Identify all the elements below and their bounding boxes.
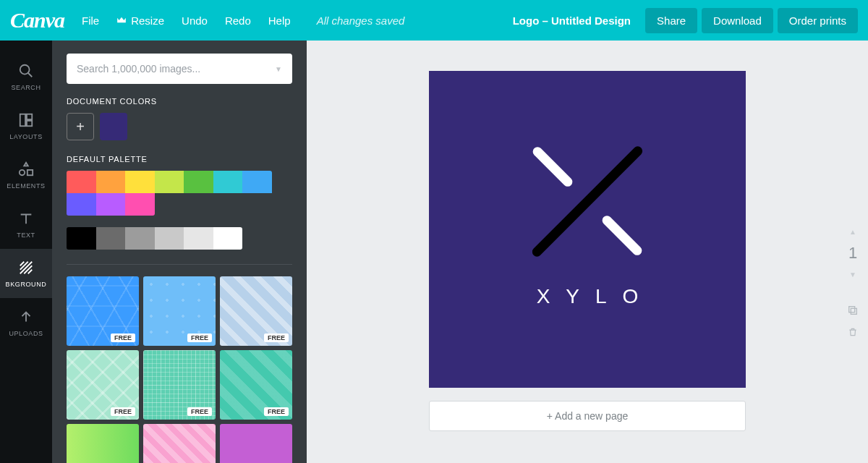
document-colors-title: DOCUMENT COLORS: [67, 97, 292, 106]
rail-text-label: TEXT: [17, 232, 35, 239]
gray-swatch[interactable]: [67, 227, 96, 250]
menu-redo[interactable]: Redo: [225, 14, 251, 27]
svg-line-1: [28, 73, 33, 77]
layouts-icon: [17, 111, 35, 129]
logo-stroke-white-2: [600, 213, 644, 257]
rail-text[interactable]: TEXT: [0, 200, 52, 249]
logo-stroke-white-1: [531, 145, 574, 188]
gray-swatch[interactable]: [184, 227, 213, 250]
rail-background[interactable]: BKGROUND: [0, 249, 52, 298]
palette-swatch[interactable]: [67, 171, 96, 193]
elements-icon: [17, 161, 35, 178]
gray-swatch[interactable]: [125, 227, 155, 250]
bg-tile[interactable]: [143, 424, 216, 463]
background-icon: [17, 259, 35, 276]
search-icon: [17, 62, 35, 80]
svg-rect-2: [20, 114, 25, 127]
rail-elements-label: ELEMENTS: [7, 182, 45, 190]
menu-help[interactable]: Help: [268, 14, 291, 27]
palette-swatch[interactable]: [96, 171, 126, 193]
palette-swatch[interactable]: [184, 171, 213, 193]
uploads-icon: [17, 308, 35, 326]
rail-layouts-label: LAYOUTS: [9, 133, 43, 140]
palette-swatch[interactable]: [67, 193, 96, 216]
free-badge: FREE: [111, 407, 135, 416]
logo-text[interactable]: XYLO: [521, 285, 655, 308]
image-search[interactable]: ▼: [67, 54, 292, 84]
palette-swatch[interactable]: [213, 171, 243, 193]
menu-resize[interactable]: Resize: [116, 14, 164, 27]
delete-page-icon[interactable]: [846, 326, 859, 339]
page-up-icon[interactable]: ▲: [849, 229, 856, 235]
menu-file[interactable]: File: [82, 14, 99, 27]
svg-rect-7: [851, 308, 856, 314]
copy-page-icon[interactable]: [846, 304, 859, 317]
rail-search[interactable]: SEARCH: [0, 52, 52, 101]
gray-swatch[interactable]: [155, 227, 184, 250]
side-panel: ▼ DOCUMENT COLORS + DEFAULT PALETTE FREE…: [52, 41, 307, 463]
left-rail: SEARCH LAYOUTS ELEMENTS TEXT BKGROUND UP…: [0, 41, 52, 463]
page-down-icon[interactable]: ▼: [849, 271, 856, 278]
svg-rect-6: [27, 170, 33, 175]
rail-background-label: BKGROUND: [6, 281, 47, 288]
order-prints-button[interactable]: Order prints: [778, 8, 858, 33]
bg-tile[interactable]: FREE: [220, 276, 292, 346]
palette-swatch[interactable]: [125, 193, 155, 216]
bg-tile[interactable]: FREE: [143, 276, 216, 346]
free-badge: FREE: [187, 407, 212, 416]
menu-undo[interactable]: Undo: [182, 14, 208, 27]
chevron-down-icon[interactable]: ▼: [275, 65, 282, 73]
free-badge: FREE: [264, 334, 289, 342]
free-badge: FREE: [111, 334, 135, 342]
rail-layouts[interactable]: LAYOUTS: [0, 101, 52, 150]
crown-icon: [116, 17, 127, 24]
bg-tile[interactable]: [67, 424, 139, 463]
add-page-button[interactable]: + Add a new page: [429, 401, 746, 431]
palette-swatch[interactable]: [125, 171, 155, 193]
bg-tile[interactable]: FREE: [67, 350, 139, 420]
svg-point-0: [20, 65, 30, 75]
add-color-button[interactable]: +: [67, 113, 94, 140]
default-palette-title: DEFAULT PALETTE: [67, 155, 292, 163]
divider: [67, 264, 292, 265]
svg-rect-3: [27, 114, 32, 119]
top-bar: Canva File Resize Undo Redo Help All cha…: [0, 0, 868, 41]
default-palette: [67, 171, 292, 216]
doc-color-swatch[interactable]: [100, 113, 127, 140]
rail-search-label: SEARCH: [11, 84, 41, 91]
logo-mark[interactable]: [522, 136, 652, 266]
svg-rect-4: [27, 121, 32, 126]
brand-logo[interactable]: Canva: [10, 8, 64, 33]
rail-uploads-label: UPLOADS: [9, 330, 43, 337]
download-button[interactable]: Download: [702, 8, 773, 33]
rail-elements[interactable]: ELEMENTS: [0, 150, 52, 200]
bg-tile[interactable]: [220, 424, 292, 463]
rail-uploads[interactable]: UPLOADS: [0, 298, 52, 347]
gray-swatch[interactable]: [213, 227, 243, 250]
design-canvas[interactable]: XYLO: [429, 71, 746, 388]
share-button[interactable]: Share: [645, 8, 697, 33]
svg-point-5: [20, 170, 25, 175]
page-number: 1: [848, 244, 857, 263]
bg-tile[interactable]: FREE: [67, 276, 139, 346]
save-status: All changes saved: [317, 14, 405, 27]
canvas-area: XYLO + Add a new page ▲ 1 ▼: [307, 41, 868, 463]
main-menu: File Resize Undo Redo Help All changes s…: [82, 14, 404, 27]
background-grid: FREE FREE FREE FREE FREE FREE: [67, 276, 292, 463]
bg-tile[interactable]: FREE: [220, 350, 292, 420]
grayscale-row: [67, 227, 292, 250]
palette-swatch[interactable]: [242, 171, 272, 193]
page-tools: ▲ 1 ▼: [846, 229, 859, 339]
document-title[interactable]: Logo – Untitled Design: [513, 14, 631, 27]
svg-rect-8: [849, 307, 855, 313]
palette-swatch[interactable]: [155, 171, 184, 193]
free-badge: FREE: [264, 407, 289, 416]
bg-tile[interactable]: FREE: [143, 350, 216, 420]
text-icon: [17, 210, 35, 227]
gray-swatch[interactable]: [96, 227, 126, 250]
document-colors: +: [67, 113, 292, 140]
search-input[interactable]: [77, 63, 282, 75]
menu-resize-label: Resize: [131, 14, 164, 27]
palette-swatch[interactable]: [96, 193, 126, 216]
free-badge: FREE: [187, 334, 212, 342]
